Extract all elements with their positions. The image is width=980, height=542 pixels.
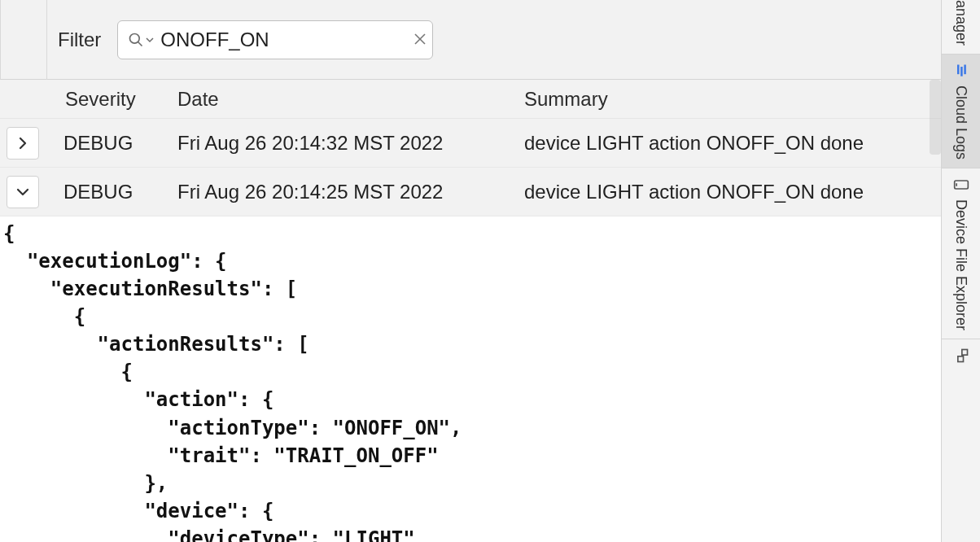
tab-manager[interactable]: anager (942, 0, 980, 55)
header-summary: Summary (524, 88, 941, 111)
log-severity: DEBUG (63, 181, 177, 203)
log-severity: DEBUG (63, 132, 177, 155)
search-icon[interactable] (128, 32, 154, 48)
chevron-down-icon (146, 36, 154, 44)
svg-rect-10 (957, 356, 963, 362)
log-json-detail: { "executionLog": { "executionResults": … (0, 216, 941, 542)
filter-input[interactable] (154, 28, 410, 51)
cloud-logs-icon (953, 63, 969, 79)
log-date: Fri Aug 26 20:14:25 MST 2022 (177, 181, 524, 203)
svg-rect-6 (957, 65, 960, 75)
tab-label: Cloud Logs (952, 85, 969, 160)
device-icon (953, 177, 969, 193)
tab-label: Device File Explorer (952, 199, 969, 330)
tab-device-file-explorer[interactable]: Device File Explorer (942, 168, 980, 339)
tab-label: anager (952, 0, 969, 46)
side-rail: anager Cloud Logs Device File Explorer (941, 0, 980, 542)
close-icon (413, 33, 427, 46)
chevron-right-icon (15, 136, 30, 151)
filter-label: Filter (58, 28, 101, 51)
svg-rect-9 (961, 350, 967, 356)
clear-filter-button[interactable] (410, 28, 430, 51)
filter-bar: Filter (0, 0, 941, 80)
svg-rect-5 (960, 67, 963, 76)
header-date: Date (177, 88, 524, 111)
tab-extra[interactable] (942, 339, 980, 372)
chevron-down-icon (15, 185, 30, 199)
header-severity: Severity (63, 88, 177, 111)
log-summary: device LIGHT action ONOFF_ON done (524, 132, 941, 155)
tab-cloud-logs[interactable]: Cloud Logs (942, 55, 980, 168)
expand-button[interactable] (7, 127, 39, 160)
divider (46, 0, 47, 80)
layout-icon (953, 347, 969, 364)
log-date: Fri Aug 26 20:14:32 MST 2022 (177, 132, 524, 155)
log-header-row: Severity Date Summary (0, 80, 941, 119)
filter-search-box[interactable] (117, 20, 433, 59)
log-summary: device LIGHT action ONOFF_ON done (524, 181, 941, 203)
log-row[interactable]: DEBUG Fri Aug 26 20:14:32 MST 2022 devic… (0, 119, 941, 168)
scrollbar-thumb[interactable] (930, 80, 941, 155)
log-row[interactable]: DEBUG Fri Aug 26 20:14:25 MST 2022 devic… (0, 168, 941, 216)
log-table: Severity Date Summary DEBUG Fri Aug 26 2… (0, 80, 941, 542)
collapse-button[interactable] (7, 176, 39, 208)
svg-rect-4 (964, 65, 966, 75)
svg-line-1 (138, 42, 142, 46)
svg-point-0 (130, 33, 140, 43)
